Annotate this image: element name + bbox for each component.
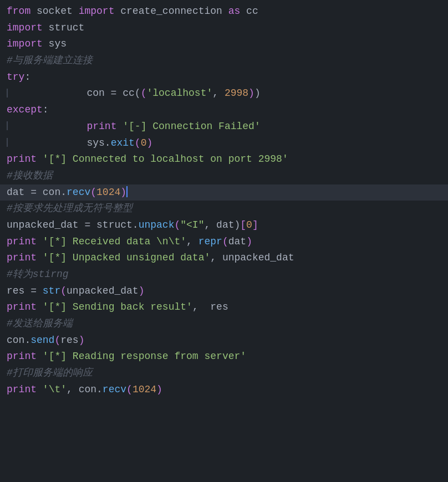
code-token-plain <box>37 252 43 263</box>
code-token-fn: recv <box>103 384 126 395</box>
code-token-str: '[*] Reading response from server' <box>43 351 246 362</box>
indent-bar <box>7 89 8 98</box>
code-line: dat = con.recv(1024) <box>0 184 448 201</box>
code-token-plain <box>37 153 43 165</box>
code-token-kw: print <box>7 153 37 165</box>
code-line: sys.exit(0) <box>0 135 448 152</box>
code-token-paren: ( <box>126 384 133 395</box>
code-token-plain: ) <box>254 88 261 99</box>
code-token-kw: print <box>7 301 37 312</box>
code-token-plain: create_connection <box>114 6 228 17</box>
code-token-cm: #转为stirng <box>7 269 69 280</box>
code-line: unpacked_dat = struct.unpack("<I", dat)[… <box>0 217 448 234</box>
code-token-paren: ( <box>135 137 141 148</box>
code-token-plain: cc <box>240 6 258 17</box>
code-token-plain: unpacked_dat = struct. <box>7 219 139 230</box>
code-line: con = cc(('localhost', 2998)) <box>0 85 448 102</box>
code-line: print '\t', con.recv(1024) <box>0 382 448 398</box>
code-line: print '[*] Connected to localhost on por… <box>0 151 448 168</box>
code-line: #打印服务端的响应 <box>0 365 448 382</box>
code-token-str: 'localhost' <box>146 88 212 99</box>
code-token-kw: print <box>86 121 116 132</box>
code-token-paren: ) <box>246 236 252 247</box>
code-editor: from socket import create_connection as … <box>0 0 448 402</box>
code-line: #接收数据 <box>0 168 448 184</box>
code-token-fn: str <box>43 285 60 296</box>
code-token-plain: dat <box>228 236 246 247</box>
code-line: res = str(unpacked_dat) <box>0 283 448 300</box>
code-token-paren: ) <box>120 187 126 198</box>
code-token-paren: ) <box>146 137 152 148</box>
code-line: except: <box>0 102 448 119</box>
code-line: try: <box>0 69 448 86</box>
code-line: print '[*] Reading response from server' <box>0 348 448 365</box>
code-line: con.send(res) <box>0 332 448 349</box>
code-token-kw: import <box>7 38 43 49</box>
code-token-fn: unpack <box>139 219 175 230</box>
indent-bar <box>7 121 8 130</box>
code-token-paren: ( <box>141 88 147 99</box>
code-token-plain <box>37 236 43 247</box>
code-token-paren: ( <box>174 219 180 230</box>
code-token-plain: res = <box>7 285 43 296</box>
code-line: #发送给服务端 <box>0 316 448 332</box>
code-token-paren: ( <box>90 187 96 198</box>
code-line: import sys <box>0 36 448 53</box>
text-cursor <box>126 186 128 197</box>
code-token-plain <box>39 121 86 132</box>
code-token-plain: struct <box>43 22 85 33</box>
code-line: print '[*] Received data \n\t', repr(dat… <box>0 234 448 250</box>
code-token-plain: , <box>186 236 198 247</box>
code-token-str: '\t' <box>43 384 67 395</box>
code-token-num: 0 <box>141 137 147 148</box>
code-line: #按要求先处理成无符号整型 <box>0 201 448 217</box>
code-token-plain: , unpacked_dat <box>210 252 294 263</box>
code-token-num: 1024 <box>96 187 120 198</box>
code-token-plain: : <box>43 104 49 115</box>
code-token-plain: , dat) <box>204 219 240 230</box>
code-token-plain: res <box>60 335 78 346</box>
code-token-plain: con = cc( <box>39 88 141 99</box>
indent-bar <box>7 138 8 147</box>
code-token-kw: except <box>7 104 43 115</box>
code-line: print '[-] Connection Failed' <box>0 119 448 135</box>
code-token-plain: socket <box>30 6 78 17</box>
code-token-num: 1024 <box>133 384 156 395</box>
code-token-num: 0 <box>246 219 252 230</box>
code-line: #转为stirng <box>0 266 448 283</box>
code-line: print '[*] Unpacked unsigned data', unpa… <box>0 250 448 266</box>
code-token-kw: print <box>7 384 37 395</box>
code-token-plain: con. <box>7 335 30 346</box>
code-token-plain: unpacked_dat <box>67 285 139 296</box>
code-token-str: '[*] Received data \n\t' <box>43 236 186 247</box>
code-token-str: '[*] Unpacked unsigned data' <box>43 252 210 263</box>
code-token-paren: ) <box>156 384 162 395</box>
code-token-kw: from <box>7 6 30 17</box>
code-token-plain: dat = con. <box>7 187 67 198</box>
code-token-str: '[*] Connected to localhost on port 2998… <box>43 153 288 165</box>
code-token-paren: ( <box>222 236 228 247</box>
code-token-plain: sys <box>43 38 67 49</box>
code-token-paren: ) <box>139 285 145 296</box>
code-token-num: 2998 <box>225 88 248 99</box>
code-token-plain <box>37 301 43 312</box>
code-token-paren: [ <box>240 219 246 230</box>
code-token-cm: #接收数据 <box>7 170 53 181</box>
code-token-kw: print <box>7 351 37 362</box>
code-token-cm: #按要求先处理成无符号整型 <box>7 203 133 214</box>
code-line: from socket import create_connection as … <box>0 3 448 20</box>
code-token-str: "<I" <box>180 219 204 230</box>
code-token-cm: #发送给服务端 <box>7 318 73 329</box>
code-token-kw: try <box>7 71 24 83</box>
code-token-fn: send <box>30 335 54 346</box>
code-token-plain: , res <box>192 301 228 312</box>
code-token-kw: import <box>7 22 43 33</box>
code-token-plain <box>116 121 123 132</box>
code-token-str: '[-] Connection Failed' <box>123 121 260 132</box>
code-line: import struct <box>0 20 448 37</box>
code-line: print '[*] Sending back result', res <box>0 299 448 316</box>
code-line: #与服务端建立连接 <box>0 53 448 69</box>
code-token-paren: ) <box>248 88 254 99</box>
code-token-paren: ) <box>79 335 85 346</box>
code-token-cm: #打印服务端的响应 <box>7 367 93 378</box>
